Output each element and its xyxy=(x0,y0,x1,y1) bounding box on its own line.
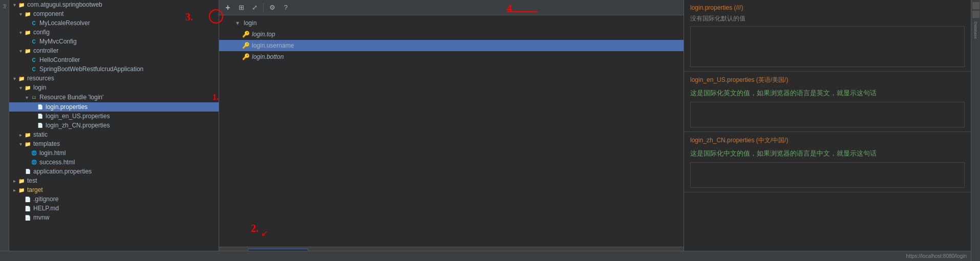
tree-node-springboot-app[interactable]: ▸ C SpringBootWebRestfulcrudApplication xyxy=(9,64,219,74)
tree-node-login-folder[interactable]: ▾ 📁 login xyxy=(9,83,219,92)
tree-node-static[interactable]: ▸ 📁 static xyxy=(9,130,219,139)
tree-node-templates[interactable]: ▾ 📁 templates xyxy=(9,139,219,148)
arrow-login-en: ▸ xyxy=(30,114,36,119)
settings-icon: ⚙ xyxy=(269,4,275,11)
tree-node-controller[interactable]: ▾ 📁 controller xyxy=(9,46,219,55)
prop-value-en: 这是国际化英文的值，如果浏览器的语言是英文，就显示这句话 xyxy=(690,88,965,99)
label-mvnw: mvnw xyxy=(33,214,219,221)
help-button[interactable]: ? xyxy=(280,2,291,13)
arrow-success-html: ▸ xyxy=(24,160,30,165)
tree-node-com-atgugui[interactable]: ▾ 📁 com.atgugui.springbootweb xyxy=(9,0,219,9)
html-icon-success: 🌐 xyxy=(30,158,38,166)
bundle-key-login-top: login.top xyxy=(252,31,275,38)
bundle-item-login-botton[interactable]: 🔑 login.botton xyxy=(219,51,684,62)
java-icon-mymvcconfig: C xyxy=(30,37,38,46)
prop-section-zh-cn: login_zh_CN.properties (中文/中国/) 这是国际化中文的… xyxy=(684,132,971,192)
folder-icon-controller: 📁 xyxy=(24,47,32,55)
tree-node-mymvcconfig[interactable]: ▸ C MyMvcConfig xyxy=(9,37,219,46)
arrow-login-props: ▸ xyxy=(30,104,36,110)
folder-icon-test: 📁 xyxy=(17,177,26,185)
folder-icon-resources: 📁 xyxy=(17,74,26,82)
tree-node-target[interactable]: ▸ 📁 target xyxy=(9,185,219,194)
prop-section-default: login.properties (///) 没有国际化默认的值 xyxy=(684,0,971,72)
tree-node-login-en-us[interactable]: ▸ 📄 login_en_US.properties xyxy=(9,112,219,121)
tree-node-test[interactable]: ▸ 📁 test xyxy=(9,176,219,185)
arrow-springboot: ▸ xyxy=(24,67,30,72)
tree-node-resource-bundle[interactable]: ▾ 🗂 Resource Bundle 'login' 1. xyxy=(9,92,219,102)
resource-bundle-icon: 🗂 xyxy=(30,93,38,101)
prop-section-title-zh: login_zh_CN.properties (中文/中国/) xyxy=(690,136,965,145)
arrow-login-folder: ▾ xyxy=(17,85,24,91)
tree-node-hellocontroller[interactable]: ▸ C HelloController xyxy=(9,55,219,64)
key-icon-top: 🔑 xyxy=(242,30,250,38)
arrow-test: ▸ xyxy=(11,178,17,184)
layout-button[interactable]: ⊞ xyxy=(236,2,247,13)
tree-node-login-properties[interactable]: ▸ 📄 login.properties xyxy=(9,102,219,112)
tree-node-login-zh-cn[interactable]: ▸ 📄 login_zh_CN.properties xyxy=(9,121,219,130)
folder-icon-target: 📁 xyxy=(17,186,26,194)
label-login-zh-cn: login_zh_CN.properties xyxy=(46,122,219,129)
arrow-static: ▸ xyxy=(17,132,24,138)
tree-node-mvnw[interactable]: ▸ 📄 mvnw xyxy=(9,213,219,222)
left-strip-label: Pr xyxy=(2,4,7,9)
folder-icon-component: 📁 xyxy=(24,10,32,18)
arrow-controller: ▾ xyxy=(17,48,24,54)
tree-node-login-html[interactable]: ▸ 🌐 login.html xyxy=(9,148,219,158)
tree-node-config[interactable]: ▾ 📁 config xyxy=(9,28,219,37)
add-key-button[interactable]: + xyxy=(222,2,233,13)
file-icon-mvnw: 📄 xyxy=(24,213,32,222)
plus-icon: + xyxy=(225,3,230,12)
arrow-app-props: ▸ xyxy=(17,169,24,175)
arrow-gitignore: ▸ xyxy=(17,197,24,202)
tree-node-resources[interactable]: ▾ 📁 resources xyxy=(9,74,219,83)
editor-panel: + ⊞ ⤢ ⚙ ? ▾ login xyxy=(219,0,684,261)
label-target: target xyxy=(27,186,219,193)
java-icon-mylocaleresolver: C xyxy=(30,19,38,27)
label-login-html: login.html xyxy=(39,149,219,157)
key-icon-botton: 🔑 xyxy=(242,53,250,61)
toolbar-separator xyxy=(263,3,264,12)
prop-section-title-en: login_en_US.properties (英语/美国/) xyxy=(690,76,965,84)
label-component: component xyxy=(33,10,219,17)
settings-button[interactable]: ⚙ xyxy=(267,2,278,13)
project-tree-panel: ▾ 📁 com.atgugui.springbootweb ▾ 📁 compon… xyxy=(9,0,219,261)
java-icon-springboot: C xyxy=(30,65,38,73)
prop-section-title-default: login.properties (///) xyxy=(690,4,965,11)
tree-node-application-props[interactable]: ▸ 📄 application.properties xyxy=(9,167,219,176)
bundle-key-login-username: login.username xyxy=(252,42,294,49)
label-hellocontroller: HelloController xyxy=(39,56,219,63)
bundle-item-login-username[interactable]: 🔑 login.username xyxy=(219,40,684,51)
expand-button[interactable]: ⤢ xyxy=(249,2,260,13)
file-icon-helpmd: 📄 xyxy=(24,204,32,212)
arrow-login-zh: ▸ xyxy=(30,123,36,128)
folder-icon-com-atgugui: 📁 xyxy=(17,1,26,9)
tree-node-gitignore[interactable]: ▸ 📄 .gitignore xyxy=(9,194,219,204)
right-strip: Database xyxy=(971,0,980,261)
folder-icon-login: 📁 xyxy=(24,83,32,92)
bundle-item-login[interactable]: ▾ login xyxy=(219,17,684,29)
label-springboot-app: SpringBootWebRestfulcrudApplication xyxy=(39,66,219,73)
arrow-icon-login: ▾ xyxy=(233,19,242,27)
bundle-key-login-botton: login.botton xyxy=(252,53,284,60)
arrow-mymvc: ▸ xyxy=(24,39,30,45)
tree-node-mylocaleresolver[interactable]: ▸ C MyLocaleResolver xyxy=(9,18,219,28)
arrow-config: ▾ xyxy=(17,30,24,35)
tree-node-helpmd[interactable]: ▸ 📄 HELP.md xyxy=(9,204,219,213)
label-helpmd: HELP.md xyxy=(33,205,219,212)
label-com-atgugui: com.atgugui.springbootweb xyxy=(27,1,219,8)
label-templates: templates xyxy=(33,140,219,147)
folder-icon-config: 📁 xyxy=(24,28,32,36)
status-url: https://localhost:8080/login xyxy=(906,253,967,259)
tree-node-success-html[interactable]: ▸ 🌐 success.html xyxy=(9,158,219,167)
bundle-key-login: login xyxy=(244,19,257,27)
tree-node-component[interactable]: ▾ 📁 component xyxy=(9,9,219,18)
right-strip-item-2 xyxy=(972,11,979,18)
key-icon-username: 🔑 xyxy=(242,41,250,50)
arrow-helpmd: ▸ xyxy=(17,206,24,211)
arrow-component: ▾ xyxy=(17,11,24,17)
arrow-mvnw: ▸ xyxy=(17,215,24,221)
file-icon-gitignore: 📄 xyxy=(24,195,32,203)
bundle-item-login-top[interactable]: 🔑 login.top xyxy=(219,29,684,40)
label-login-en-us: login_en_US.properties xyxy=(46,113,219,120)
arrow-mylocale: ▸ xyxy=(24,20,30,26)
